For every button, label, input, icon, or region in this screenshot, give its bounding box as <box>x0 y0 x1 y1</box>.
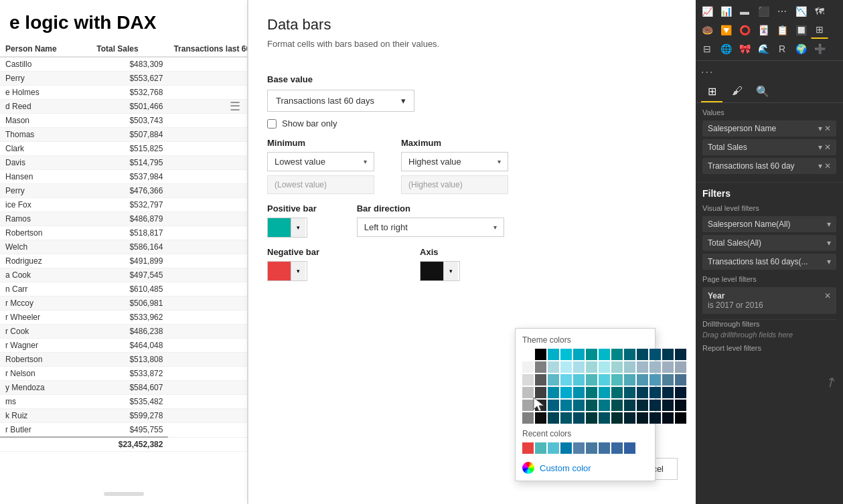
color-cell[interactable] <box>662 387 674 398</box>
waterfall-icon[interactable]: 🌊 <box>755 40 772 58</box>
color-cell[interactable] <box>560 387 572 398</box>
color-cell[interactable] <box>599 349 610 360</box>
show-bar-only-checkbox[interactable] <box>267 119 277 129</box>
field-pill[interactable]: Transactions last 60 day▾ ✕ <box>702 158 836 174</box>
color-cell[interactable] <box>675 412 686 424</box>
color-cell[interactable] <box>675 374 686 386</box>
color-cell[interactable] <box>624 400 635 411</box>
tab-analytics[interactable]: 🔍 <box>752 81 773 102</box>
recent-color-cell[interactable] <box>560 442 572 454</box>
color-cell[interactable] <box>662 349 674 360</box>
bar-direction-dropdown[interactable]: Left to right ▾ <box>357 218 504 237</box>
tab-fields[interactable]: ⊞ <box>701 81 722 102</box>
color-cell[interactable] <box>649 361 661 373</box>
color-cell[interactable] <box>624 374 635 386</box>
color-cell[interactable] <box>560 400 572 411</box>
bar-chart2-icon[interactable]: ▬ <box>736 3 753 20</box>
field-pill-actions[interactable]: ▾ ✕ <box>818 124 831 133</box>
minimum-value-input[interactable]: (Lowest value) <box>267 175 374 194</box>
recent-color-cell[interactable] <box>599 442 610 454</box>
field-pill-actions[interactable]: ▾ ✕ <box>818 161 831 171</box>
color-cell[interactable] <box>611 412 623 424</box>
color-cell[interactable] <box>637 412 648 424</box>
table-icon[interactable]: ⊞ <box>811 21 828 39</box>
ribbon-icon[interactable]: 🎀 <box>736 40 753 58</box>
color-cell[interactable] <box>535 400 546 411</box>
color-cell[interactable] <box>649 387 661 398</box>
positive-bar-color-picker[interactable]: ▾ <box>267 218 307 238</box>
recent-color-cell[interactable] <box>535 442 546 454</box>
card-icon[interactable]: 🃏 <box>755 21 772 39</box>
line-chart2-icon[interactable]: 📉 <box>792 3 810 20</box>
color-cell[interactable] <box>535 374 546 386</box>
negative-bar-color-picker[interactable]: ▾ <box>267 261 307 281</box>
globe-icon[interactable]: 🌍 <box>792 40 810 58</box>
color-cell[interactable] <box>624 387 635 398</box>
color-cell[interactable] <box>535 349 546 360</box>
color-cell[interactable] <box>522 412 534 424</box>
field-pill-actions[interactable]: ▾ ✕ <box>818 143 831 152</box>
axis-color-picker[interactable]: ▾ <box>420 261 460 281</box>
color-cell[interactable] <box>573 400 585 411</box>
color-cell[interactable] <box>548 349 559 360</box>
color-cell[interactable] <box>560 361 572 373</box>
color-cell[interactable] <box>675 387 686 398</box>
color-cell[interactable] <box>522 361 534 373</box>
color-cell[interactable] <box>560 349 572 360</box>
color-cell[interactable] <box>637 400 648 411</box>
color-cell[interactable] <box>662 374 674 386</box>
r-visual-icon[interactable]: R <box>773 40 791 58</box>
color-cell[interactable] <box>548 412 559 424</box>
recent-color-cell[interactable] <box>548 442 559 454</box>
color-cell[interactable] <box>599 412 610 424</box>
bar-chart-icon[interactable]: 📊 <box>717 3 735 20</box>
color-cell[interactable] <box>637 349 648 360</box>
filled-map-icon[interactable]: 🌐 <box>717 40 735 58</box>
color-cell[interactable] <box>522 400 534 411</box>
recent-color-cell[interactable] <box>611 442 623 454</box>
scatter-chart-icon[interactable]: ⋯ <box>773 3 791 20</box>
more-visuals-ellipsis[interactable]: ... <box>696 61 843 78</box>
color-cell[interactable] <box>586 349 597 360</box>
color-cell[interactable] <box>675 400 686 411</box>
color-cell[interactable] <box>522 374 534 386</box>
color-cell[interactable] <box>522 387 534 398</box>
color-cell[interactable] <box>675 349 686 360</box>
color-cell[interactable] <box>611 400 623 411</box>
color-cell[interactable] <box>637 374 648 386</box>
maximum-type-dropdown[interactable]: Highest value ▾ <box>401 152 508 171</box>
color-cell[interactable] <box>611 361 623 373</box>
color-cell[interactable] <box>599 387 610 398</box>
maximum-value-input[interactable]: (Highest value) <box>401 175 508 194</box>
recent-color-cell[interactable] <box>522 442 534 454</box>
line-chart-icon[interactable]: 📈 <box>698 3 716 20</box>
color-cell[interactable] <box>611 349 623 360</box>
color-cell[interactable] <box>548 400 559 411</box>
color-cell[interactable] <box>611 387 623 398</box>
kpi-icon[interactable]: 📋 <box>773 21 791 39</box>
map-icon[interactable]: 🗺 <box>811 3 828 20</box>
color-cell[interactable] <box>637 387 648 398</box>
color-cell[interactable] <box>573 374 585 386</box>
matrix-icon[interactable]: ⊟ <box>698 40 716 58</box>
color-cell[interactable] <box>675 361 686 373</box>
recent-color-cell[interactable] <box>586 442 597 454</box>
color-cell[interactable] <box>649 374 661 386</box>
visual-filter-pill[interactable]: Transactions last 60 days(...▾ <box>702 254 836 270</box>
color-cell[interactable] <box>599 400 610 411</box>
year-filter-close-icon[interactable]: ✕ <box>824 291 831 301</box>
color-cell[interactable] <box>548 374 559 386</box>
field-pill[interactable]: Salesperson Name▾ ✕ <box>702 120 836 137</box>
color-cell[interactable] <box>624 349 635 360</box>
color-cell[interactable] <box>662 400 674 411</box>
color-cell[interactable] <box>586 400 597 411</box>
color-cell[interactable] <box>535 361 546 373</box>
recent-color-cell[interactable] <box>624 442 635 454</box>
area-chart-icon[interactable]: ⬛ <box>755 3 772 20</box>
color-cell[interactable] <box>586 412 597 424</box>
base-value-dropdown[interactable]: Transactions last 60 days ▾ <box>267 90 414 112</box>
color-cell[interactable] <box>649 412 661 424</box>
color-cell[interactable] <box>548 387 559 398</box>
table-menu-icon[interactable]: ☰ <box>230 99 240 114</box>
slicer-icon[interactable]: 🔲 <box>792 21 810 39</box>
